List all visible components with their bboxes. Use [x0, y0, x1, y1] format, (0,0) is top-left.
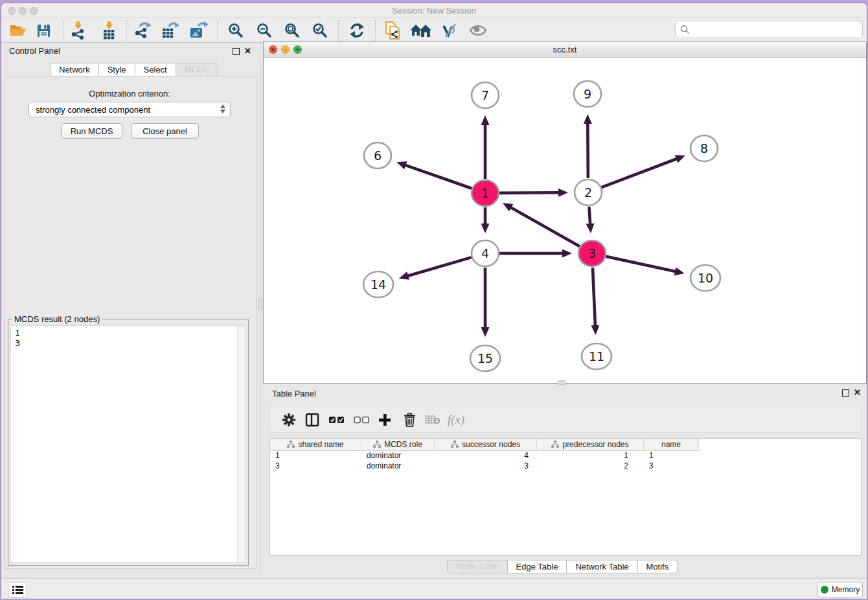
- graph-node-10[interactable]: 10: [691, 265, 720, 291]
- run-mcds-button[interactable]: Run MCDS: [61, 123, 122, 139]
- network-window-titlebar[interactable]: ✕ − + scc.txt: [264, 42, 866, 58]
- column-header-name[interactable]: name: [644, 439, 699, 451]
- table-cell[interactable]: 4: [435, 451, 537, 461]
- table-settings-button[interactable]: [278, 409, 300, 431]
- graph-edge-1-2[interactable]: [499, 192, 560, 193]
- graph-edge-2-3[interactable]: [589, 207, 590, 225]
- memory-button[interactable]: Memory: [817, 582, 863, 597]
- search-input[interactable]: [693, 25, 862, 34]
- table-cell[interactable]: dominator: [361, 461, 435, 472]
- table-cell[interactable]: 3: [644, 461, 699, 472]
- column-header-predecessor-nodes[interactable]: predecessor nodes: [537, 439, 644, 451]
- zoom-fit-button[interactable]: [280, 19, 304, 41]
- table-cell[interactable]: 3: [270, 461, 361, 472]
- import-network-button[interactable]: [65, 19, 90, 41]
- graph-node-1[interactable]: 1: [472, 180, 499, 206]
- criterion-dropdown[interactable]: strongly connected component: [29, 102, 231, 117]
- add-row-button[interactable]: [374, 409, 396, 431]
- tab-style[interactable]: Style: [99, 63, 135, 76]
- graph-node-7[interactable]: 7: [472, 82, 499, 108]
- column-header-successor-nodes[interactable]: successor nodes: [435, 439, 537, 451]
- table-body: 1dominator4113dominator323: [270, 451, 861, 472]
- graph-node-3[interactable]: 3: [578, 240, 606, 266]
- plus-icon: [378, 413, 391, 426]
- tab-edge-table[interactable]: Edge Table: [508, 560, 567, 573]
- tab-node-table[interactable]: Node Table: [447, 560, 508, 573]
- clone-network-button[interactable]: [381, 19, 405, 41]
- eye-icon: [469, 24, 487, 37]
- tab-motifs[interactable]: Motifs: [638, 560, 678, 573]
- horizontal-splitter-handle[interactable]: [558, 380, 565, 385]
- graph-edge-3-11[interactable]: [593, 268, 595, 327]
- optimization-criterion-label: Optimization criterion:: [0, 89, 259, 98]
- table-panel-tabs: Node TableEdge TableNetwork TableMotifs: [447, 560, 678, 573]
- table-cell[interactable]: 2: [537, 461, 644, 472]
- graph-node-15[interactable]: 15: [470, 345, 500, 371]
- table-panel-float-button[interactable]: [842, 389, 849, 397]
- graph-node-2[interactable]: 2: [575, 179, 602, 205]
- columns-icon: [305, 413, 319, 427]
- table-toolbar: f(x): [269, 406, 862, 433]
- open-session-button[interactable]: [5, 19, 30, 41]
- close-panel-button[interactable]: Close panel: [131, 123, 199, 139]
- zoom-in-button[interactable]: [223, 19, 248, 41]
- deselect-all-button[interactable]: [350, 409, 372, 431]
- window-title: Session: New Session: [1, 6, 867, 16]
- graph-edge-3-10[interactable]: [606, 257, 677, 272]
- show-all-button[interactable]: [466, 19, 490, 41]
- column-header-MCDS-role[interactable]: MCDS role: [361, 439, 435, 451]
- export-network-button[interactable]: [130, 19, 155, 41]
- search-icon: [680, 25, 690, 34]
- table-cell[interactable]: 3: [435, 461, 537, 472]
- control-panel-float-button[interactable]: [233, 48, 240, 55]
- table-cell[interactable]: 1: [537, 451, 644, 461]
- column-selector-button[interactable]: [301, 409, 323, 431]
- table-row[interactable]: 3dominator323: [270, 461, 861, 472]
- graph-edge-4-14[interactable]: [406, 257, 472, 276]
- task-history-button[interactable]: [8, 582, 27, 597]
- mcds-result-textarea[interactable]: 13: [10, 325, 246, 563]
- node-table[interactable]: shared nameMCDS rolesuccessor nodesprede…: [269, 438, 862, 556]
- table-cell[interactable]: 1: [270, 451, 361, 461]
- graph-node-6[interactable]: 6: [364, 143, 391, 168]
- export-image-button[interactable]: [187, 19, 211, 41]
- search-box[interactable]: [675, 21, 863, 38]
- graph-edge-2-9[interactable]: [588, 122, 588, 178]
- graph-edge-2-8[interactable]: [602, 158, 678, 187]
- tab-mcds[interactable]: MCDS: [176, 63, 218, 76]
- column-type-icon: [451, 441, 459, 448]
- graph-node-14[interactable]: 14: [363, 271, 393, 297]
- table-row[interactable]: 1dominator411: [270, 451, 861, 461]
- table-cell[interactable]: 1: [644, 451, 699, 461]
- zoom-out-button[interactable]: [252, 19, 277, 41]
- column-header-shared-name[interactable]: shared name: [270, 439, 361, 451]
- gear-icon: [282, 413, 295, 426]
- refresh-button[interactable]: [345, 19, 369, 41]
- control-panel-close-button[interactable]: ✕: [244, 47, 251, 55]
- graph-node-8[interactable]: 8: [691, 135, 718, 161]
- graph-node-11[interactable]: 11: [582, 343, 611, 369]
- import-table-button[interactable]: [97, 19, 121, 41]
- graph-edge-3-1[interactable]: [509, 207, 579, 246]
- first-neighbors-button[interactable]: [409, 19, 433, 41]
- tab-network-table[interactable]: Network Table: [567, 560, 637, 573]
- tab-network[interactable]: Network: [50, 63, 99, 76]
- edge-arrowhead: [558, 189, 568, 197]
- zoom-selected-button[interactable]: [308, 19, 332, 41]
- graph-edge-1-6[interactable]: [404, 165, 472, 189]
- tab-select[interactable]: Select: [135, 63, 176, 76]
- graph-node-4[interactable]: 4: [472, 240, 499, 266]
- graph-node-9[interactable]: 9: [574, 81, 601, 107]
- table-cell[interactable]: dominator: [361, 451, 435, 461]
- table-panel-close-button[interactable]: ✕: [854, 389, 861, 397]
- save-session-button[interactable]: [31, 19, 56, 41]
- vertical-splitter-handle[interactable]: [258, 299, 262, 310]
- function-builder-button[interactable]: f(x): [445, 409, 467, 431]
- hide-selected-button[interactable]: [437, 19, 462, 41]
- mcds-scrollbar[interactable]: [237, 326, 246, 562]
- delete-table-button[interactable]: [422, 409, 444, 431]
- delete-row-button[interactable]: [398, 409, 420, 431]
- network-canvas[interactable]: 7968124314101511: [264, 58, 866, 383]
- export-table-button[interactable]: [158, 19, 183, 41]
- select-all-button[interactable]: [326, 409, 348, 431]
